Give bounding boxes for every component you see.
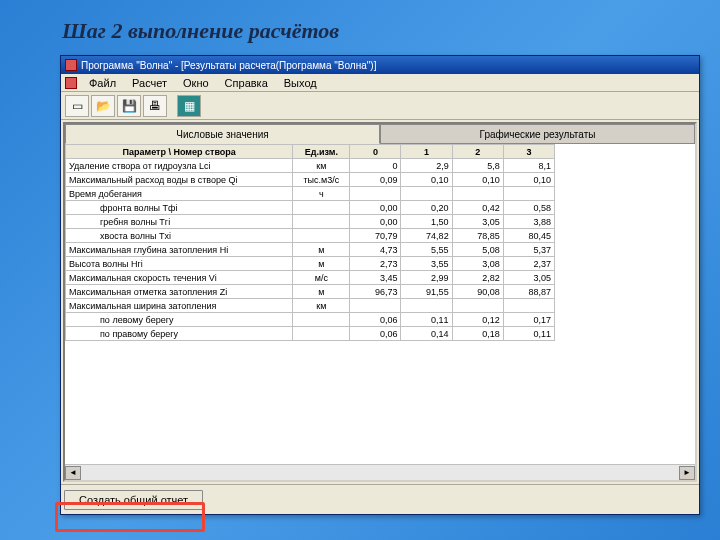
menu-window[interactable]: Окно bbox=[177, 77, 215, 89]
new-button[interactable]: ▭ bbox=[65, 95, 89, 117]
save-button[interactable]: 💾 bbox=[117, 95, 141, 117]
param-cell[interactable]: Высота волны Hгi bbox=[66, 257, 293, 271]
value-cell[interactable]: 5,37 bbox=[503, 243, 554, 257]
value-cell[interactable]: 1,50 bbox=[401, 215, 452, 229]
results-button[interactable]: ▦ bbox=[177, 95, 201, 117]
menu-help[interactable]: Справка bbox=[219, 77, 274, 89]
value-cell[interactable] bbox=[350, 299, 401, 313]
param-cell[interactable]: Время добегания bbox=[66, 187, 293, 201]
value-cell[interactable]: 88,87 bbox=[503, 285, 554, 299]
param-cell[interactable]: хвоста волны Tхi bbox=[66, 229, 293, 243]
param-cell[interactable]: Максимальная глубина затопления Hi bbox=[66, 243, 293, 257]
value-cell[interactable]: 0,14 bbox=[401, 327, 452, 341]
value-cell[interactable]: 0,42 bbox=[452, 201, 503, 215]
titlebar[interactable]: Программа "Волна" - [Результаты расчета(… bbox=[61, 56, 699, 74]
value-cell[interactable]: 3,05 bbox=[452, 215, 503, 229]
value-cell[interactable]: 3,05 bbox=[503, 271, 554, 285]
value-cell[interactable] bbox=[452, 299, 503, 313]
value-cell[interactable]: 0,58 bbox=[503, 201, 554, 215]
unit-cell[interactable]: тыс.м3/с bbox=[293, 173, 350, 187]
menu-calc[interactable]: Расчет bbox=[126, 77, 173, 89]
param-cell[interactable]: Максимальный расход воды в створе Qi bbox=[66, 173, 293, 187]
value-cell[interactable]: 70,79 bbox=[350, 229, 401, 243]
value-cell[interactable]: 5,55 bbox=[401, 243, 452, 257]
value-cell[interactable] bbox=[401, 299, 452, 313]
value-cell[interactable]: 3,08 bbox=[452, 257, 503, 271]
print-button[interactable]: 🖶 bbox=[143, 95, 167, 117]
value-cell[interactable]: 4,73 bbox=[350, 243, 401, 257]
value-cell[interactable] bbox=[401, 187, 452, 201]
open-button[interactable]: 📂 bbox=[91, 95, 115, 117]
value-cell[interactable]: 3,45 bbox=[350, 271, 401, 285]
value-cell[interactable]: 0,10 bbox=[452, 173, 503, 187]
unit-cell[interactable]: км bbox=[293, 159, 350, 173]
value-cell[interactable]: 0,11 bbox=[401, 313, 452, 327]
value-cell[interactable]: 0,10 bbox=[503, 173, 554, 187]
value-cell[interactable]: 90,08 bbox=[452, 285, 503, 299]
value-cell[interactable]: 2,82 bbox=[452, 271, 503, 285]
table-row: хвоста волны Tхi70,7974,8278,8580,45 bbox=[66, 229, 555, 243]
value-cell[interactable]: 0,18 bbox=[452, 327, 503, 341]
value-cell[interactable]: 0,17 bbox=[503, 313, 554, 327]
table-icon: ▦ bbox=[184, 99, 195, 113]
unit-cell[interactable]: км bbox=[293, 299, 350, 313]
value-cell[interactable]: 5,08 bbox=[452, 243, 503, 257]
value-cell[interactable] bbox=[503, 187, 554, 201]
value-cell[interactable]: 0,10 bbox=[401, 173, 452, 187]
value-cell[interactable]: 0,06 bbox=[350, 327, 401, 341]
value-cell[interactable]: 0,06 bbox=[350, 313, 401, 327]
scroll-left-icon[interactable]: ◄ bbox=[65, 466, 81, 480]
unit-cell[interactable]: м bbox=[293, 285, 350, 299]
param-cell[interactable]: по правому берегу bbox=[66, 327, 293, 341]
tab-numeric[interactable]: Числовые значения bbox=[65, 124, 380, 144]
value-cell[interactable]: 0,12 bbox=[452, 313, 503, 327]
param-cell[interactable]: по левому берегу bbox=[66, 313, 293, 327]
param-cell[interactable]: Удаление створа от гидроузла Lci bbox=[66, 159, 293, 173]
col-0: 0 bbox=[350, 145, 401, 159]
value-cell[interactable]: 2,73 bbox=[350, 257, 401, 271]
value-cell[interactable]: 0,00 bbox=[350, 201, 401, 215]
param-cell[interactable]: Максимальная скорость течения Vi bbox=[66, 271, 293, 285]
value-cell[interactable]: 2,99 bbox=[401, 271, 452, 285]
menu-file[interactable]: Файл bbox=[83, 77, 122, 89]
value-cell[interactable]: 2,9 bbox=[401, 159, 452, 173]
table-row: Время добеганияч bbox=[66, 187, 555, 201]
param-cell[interactable]: гребня волны Tгi bbox=[66, 215, 293, 229]
value-cell[interactable]: 0 bbox=[350, 159, 401, 173]
value-cell[interactable]: 91,55 bbox=[401, 285, 452, 299]
unit-cell[interactable]: м/с bbox=[293, 271, 350, 285]
unit-cell[interactable]: ч bbox=[293, 187, 350, 201]
window-title: Программа "Волна" - [Результаты расчета(… bbox=[81, 60, 376, 71]
create-report-button[interactable]: Создать общий отчет bbox=[64, 490, 203, 510]
value-cell[interactable]: 0,11 bbox=[503, 327, 554, 341]
value-cell[interactable]: 8,1 bbox=[503, 159, 554, 173]
value-cell[interactable] bbox=[503, 299, 554, 313]
param-cell[interactable]: Максимальная отметка затопления Zi bbox=[66, 285, 293, 299]
horizontal-scrollbar[interactable]: ◄ ► bbox=[65, 464, 695, 480]
menu-exit[interactable]: Выход bbox=[278, 77, 323, 89]
value-cell[interactable]: 0,09 bbox=[350, 173, 401, 187]
value-cell[interactable]: 2,37 bbox=[503, 257, 554, 271]
value-cell[interactable]: 0,20 bbox=[401, 201, 452, 215]
value-cell[interactable]: 3,55 bbox=[401, 257, 452, 271]
unit-cell[interactable] bbox=[293, 201, 350, 215]
tab-graphic[interactable]: Графические результаты bbox=[380, 124, 695, 144]
value-cell[interactable]: 5,8 bbox=[452, 159, 503, 173]
value-cell[interactable]: 0,00 bbox=[350, 215, 401, 229]
value-cell[interactable]: 74,82 bbox=[401, 229, 452, 243]
unit-cell[interactable]: м bbox=[293, 243, 350, 257]
unit-cell[interactable] bbox=[293, 327, 350, 341]
value-cell[interactable]: 80,45 bbox=[503, 229, 554, 243]
value-cell[interactable] bbox=[452, 187, 503, 201]
param-cell[interactable]: фронта волны Tфi bbox=[66, 201, 293, 215]
value-cell[interactable]: 3,88 bbox=[503, 215, 554, 229]
value-cell[interactable] bbox=[350, 187, 401, 201]
scroll-right-icon[interactable]: ► bbox=[679, 466, 695, 480]
unit-cell[interactable] bbox=[293, 313, 350, 327]
value-cell[interactable]: 96,73 bbox=[350, 285, 401, 299]
unit-cell[interactable] bbox=[293, 229, 350, 243]
value-cell[interactable]: 78,85 bbox=[452, 229, 503, 243]
param-cell[interactable]: Максимальная ширина затопления bbox=[66, 299, 293, 313]
unit-cell[interactable]: м bbox=[293, 257, 350, 271]
unit-cell[interactable] bbox=[293, 215, 350, 229]
